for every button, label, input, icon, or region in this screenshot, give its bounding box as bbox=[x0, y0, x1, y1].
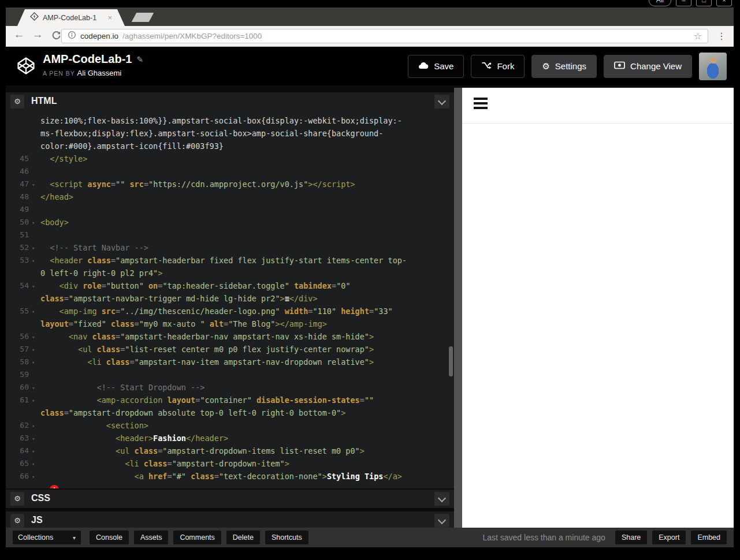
fold-arrow-icon[interactable]: ▾ bbox=[32, 178, 35, 191]
code-line[interactable]: 48</head> bbox=[6, 191, 454, 203]
code-line[interactable]: 61▾ <amp-accordion layout="container" di… bbox=[6, 394, 454, 419]
collections-dropdown[interactable]: Collections ▾ bbox=[13, 531, 81, 544]
fork-button[interactable]: Fork bbox=[471, 55, 525, 78]
tab-close-icon[interactable]: × bbox=[107, 13, 112, 22]
html-collapse-button[interactable] bbox=[434, 95, 449, 109]
js-settings-gear-icon[interactable]: ⚙ bbox=[10, 514, 24, 528]
user-avatar[interactable] bbox=[699, 53, 727, 80]
css-settings-gear-icon[interactable]: ⚙ bbox=[10, 492, 24, 506]
code-text: <ul class="list-reset center m0 p0 flex … bbox=[40, 343, 409, 356]
line-number: 56 bbox=[6, 330, 29, 343]
fold-arrow-icon[interactable]: ▾ bbox=[32, 216, 35, 229]
code-line[interactable]: 64▾ <ul class="ampstart-dropdown-items l… bbox=[6, 445, 454, 457]
code-line[interactable]: 50▾<body> bbox=[6, 216, 454, 229]
js-panel-header[interactable]: ⚙ JS bbox=[6, 512, 454, 528]
code-line[interactable]: 58▾ <li class="ampstart-nav-item ampstar… bbox=[6, 356, 454, 368]
bookmark-star-icon[interactable]: ☆ bbox=[694, 31, 702, 42]
fold-arrow-icon[interactable]: ▾ bbox=[32, 242, 35, 255]
fold-arrow-icon[interactable]: ▾ bbox=[32, 382, 35, 394]
hamburger-icon[interactable] bbox=[474, 98, 488, 111]
code-line[interactable]: 55▾ <amp-img src="../img/thescenic/heade… bbox=[6, 305, 454, 330]
html-code-editor[interactable]: size:100%;flex-basis:100%}}.ampstart-soc… bbox=[6, 111, 454, 488]
footer-button-delete[interactable]: Delete bbox=[226, 531, 260, 544]
code-line[interactable]: 45 </style> bbox=[6, 152, 454, 165]
code-line[interactable]: 66▾ <a href="#" class="text-decoration-n… bbox=[6, 470, 454, 488]
code-line[interactable]: 62▾ <section> bbox=[6, 419, 454, 432]
fold-arrow-icon[interactable]: ▾ bbox=[32, 420, 35, 432]
browser-tab[interactable]: AMP-CodeLab-1 × bbox=[17, 9, 125, 26]
code-line[interactable]: 46 bbox=[6, 165, 454, 178]
line-number: 55 bbox=[6, 305, 29, 318]
code-text: <header>Fashion</header> bbox=[40, 432, 409, 445]
gear-icon: ⚙ bbox=[542, 61, 549, 72]
preview-pane bbox=[462, 88, 734, 528]
info-icon[interactable] bbox=[68, 31, 76, 42]
code-line[interactable]: 49 bbox=[6, 203, 454, 216]
settings-button[interactable]: ⚙ Settings bbox=[531, 55, 597, 78]
edit-pencil-icon[interactable]: ✎ bbox=[136, 55, 143, 64]
fold-arrow-icon[interactable]: ▾ bbox=[32, 458, 35, 471]
footer-left-buttons: ConsoleAssetsCommentsDeleteShortcuts bbox=[90, 531, 308, 544]
fold-arrow-icon[interactable]: ▾ bbox=[32, 280, 35, 293]
code-text: </head> bbox=[40, 191, 409, 203]
js-collapse-button[interactable] bbox=[434, 514, 449, 528]
pen-byline: A PEN BY Ali Ghassemi bbox=[43, 69, 143, 77]
code-line[interactable]: 53▾ <header class="ampstart-headerbar fi… bbox=[6, 254, 454, 279]
new-tab-button[interactable] bbox=[132, 13, 154, 22]
code-line[interactable]: 57▾ <ul class="list-reset center m0 p0 f… bbox=[6, 343, 454, 356]
code-line[interactable]: 51 bbox=[6, 229, 454, 241]
footer-button-console[interactable]: Console bbox=[90, 531, 129, 544]
html-settings-gear-icon[interactable]: ⚙ bbox=[10, 95, 24, 109]
code-line[interactable]: 54▾ <div role="button" on="tap:header-si… bbox=[6, 279, 454, 305]
browser-menu-icon[interactable]: ⋮ bbox=[717, 31, 726, 42]
window-maximize-button[interactable]: □ bbox=[696, 0, 712, 6]
forward-icon[interactable]: → bbox=[30, 28, 45, 41]
code-line[interactable]: size:100%;flex-basis:100%}}.ampstart-soc… bbox=[6, 114, 454, 152]
pen-author-link[interactable]: Ali Ghassemi bbox=[77, 69, 122, 77]
code-line[interactable]: 65▾ <li class="ampstart-dropdown-item"> bbox=[6, 457, 454, 470]
window-minimize-button[interactable]: – bbox=[676, 0, 691, 6]
fold-arrow-icon[interactable]: ▾ bbox=[32, 445, 35, 458]
footer-button-comments[interactable]: Comments bbox=[173, 531, 221, 544]
code-line[interactable]: 59 bbox=[6, 368, 454, 381]
css-collapse-button[interactable] bbox=[434, 492, 449, 506]
code-line[interactable]: 56▾ <nav class="ampstart-headerbar-nav a… bbox=[6, 330, 454, 343]
error-badge[interactable]: ! bbox=[50, 485, 59, 488]
footer-button-export[interactable]: Export bbox=[652, 531, 686, 544]
fold-arrow-icon[interactable]: ▾ bbox=[32, 394, 35, 407]
line-number: 58 bbox=[6, 356, 29, 368]
fold-arrow-icon[interactable]: ▾ bbox=[32, 305, 35, 318]
editor-preview-divider[interactable] bbox=[454, 88, 462, 528]
fold-arrow-icon[interactable]: ▾ bbox=[32, 356, 35, 369]
code-line[interactable]: 47▾ <script async="" src="https://cdn.am… bbox=[6, 178, 454, 191]
fold-arrow-icon[interactable]: ▾ bbox=[32, 471, 35, 483]
fold-arrow-icon[interactable]: ▾ bbox=[32, 344, 35, 356]
line-number: 47 bbox=[6, 178, 29, 191]
system-user-menu[interactable]: Ali bbox=[649, 0, 671, 6]
code-line[interactable]: 60▾ <!-- Start Dropdown --> bbox=[6, 381, 454, 394]
html-panel-header[interactable]: ⚙ HTML bbox=[6, 92, 454, 111]
css-panel-header[interactable]: ⚙ CSS bbox=[6, 490, 454, 508]
footer-button-assets[interactable]: Assets bbox=[134, 531, 169, 544]
preview-page-header bbox=[462, 88, 734, 124]
editor-scrollbar[interactable] bbox=[449, 346, 453, 376]
codepen-logo-icon[interactable] bbox=[16, 55, 36, 79]
browser-tabstrip: AMP-CodeLab-1 × bbox=[6, 8, 734, 26]
fold-arrow-icon[interactable]: ▾ bbox=[32, 255, 35, 267]
back-icon[interactable]: ← bbox=[12, 28, 27, 41]
save-button[interactable]: Save bbox=[408, 55, 464, 78]
code-line[interactable]: 63▾ <header>Fashion</header> bbox=[6, 432, 454, 445]
footer-button-embed[interactable]: Embed bbox=[691, 531, 727, 544]
url-bar[interactable]: codepen.io /aghassemi/pen/XMKbGP?editors… bbox=[61, 29, 708, 43]
change-view-button[interactable]: Change View bbox=[604, 55, 692, 78]
system-controls: Ali – □ × bbox=[649, 0, 732, 6]
pen-title-block: AMP-CodeLab-1 ✎ A PEN BY Ali Ghassemi bbox=[43, 53, 143, 77]
code-text: <nav class="ampstart-headerbar-nav ampst… bbox=[40, 330, 409, 343]
footer-button-share[interactable]: Share bbox=[615, 531, 647, 544]
fold-arrow-icon[interactable]: ▾ bbox=[32, 331, 35, 344]
code-line[interactable]: 52▾ <!-- Start Navbar --> bbox=[6, 241, 454, 254]
footer-button-shortcuts[interactable]: Shortcuts bbox=[265, 531, 308, 544]
screen: Ali – □ × AMP-CodeLab-1 × ← → codepen.io… bbox=[0, 0, 740, 560]
fold-arrow-icon[interactable]: ▾ bbox=[32, 432, 35, 445]
window-close-button[interactable]: × bbox=[716, 0, 732, 6]
